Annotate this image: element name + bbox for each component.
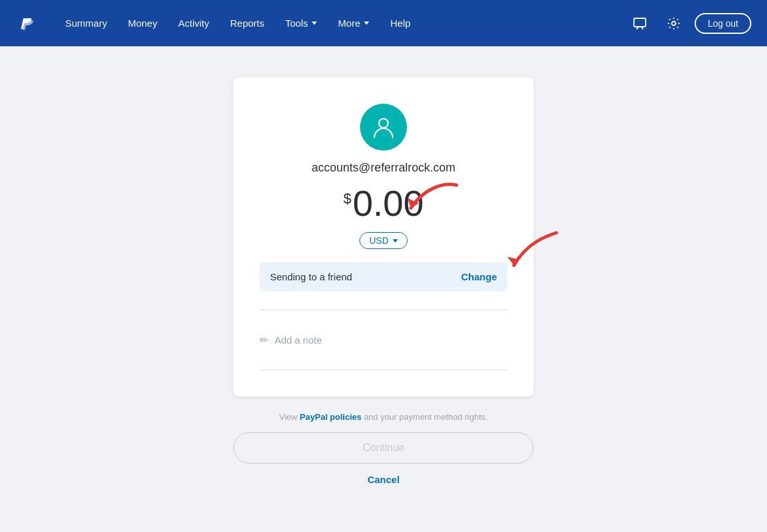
divider-2 bbox=[260, 370, 507, 370]
send-money-card: accounts@referralrock.com $ 0.00 USD bbox=[233, 78, 534, 396]
policy-link[interactable]: PayPal policies bbox=[300, 412, 362, 422]
red-arrow-change bbox=[501, 229, 566, 275]
nav-activity[interactable]: Activity bbox=[168, 0, 220, 46]
person-icon bbox=[370, 114, 397, 140]
paypal-logo bbox=[16, 12, 39, 35]
logout-button[interactable]: Log out bbox=[695, 13, 751, 34]
red-arrow-amount bbox=[404, 179, 463, 218]
continue-button[interactable]: Continue bbox=[233, 432, 534, 464]
recipient-avatar bbox=[360, 104, 407, 151]
outer-wrapper: accounts@referralrock.com $ 0.00 USD bbox=[233, 78, 534, 485]
cancel-link[interactable]: Cancel bbox=[367, 474, 399, 485]
recipient-section: accounts@referralrock.com $ 0.00 USD bbox=[260, 104, 507, 370]
settings-icon-button[interactable] bbox=[661, 10, 687, 37]
nav-help[interactable]: Help bbox=[380, 0, 421, 46]
policy-text: View PayPal policies and your payment me… bbox=[279, 412, 488, 422]
currency-symbol: $ bbox=[343, 190, 351, 207]
pencil-icon: ✏ bbox=[260, 334, 268, 346]
change-link[interactable]: Change bbox=[461, 271, 497, 282]
nav-more[interactable]: More bbox=[327, 0, 380, 46]
svg-point-2 bbox=[672, 22, 676, 25]
note-placeholder: Add a note bbox=[275, 334, 322, 346]
nav-money[interactable]: Money bbox=[117, 0, 168, 46]
more-chevron-icon bbox=[364, 22, 369, 25]
nav-links: Summary Money Activity Reports Tools Mor… bbox=[55, 0, 627, 46]
below-card: View PayPal policies and your payment me… bbox=[233, 412, 534, 485]
nav-tools[interactable]: Tools bbox=[275, 0, 327, 46]
main-content: accounts@referralrock.com $ 0.00 USD bbox=[0, 46, 767, 532]
note-row: ✏ Add a note bbox=[260, 329, 507, 351]
nav-right: Log out bbox=[627, 10, 751, 37]
sending-type-row: Sending to a friend Change bbox=[260, 262, 507, 291]
svg-rect-1 bbox=[634, 18, 646, 27]
nav-summary[interactable]: Summary bbox=[55, 0, 117, 46]
recipient-email: accounts@referralrock.com bbox=[312, 161, 455, 175]
nav-reports[interactable]: Reports bbox=[220, 0, 275, 46]
currency-chevron-icon bbox=[393, 239, 398, 243]
divider-1 bbox=[260, 310, 507, 310]
message-icon-button[interactable] bbox=[627, 10, 653, 37]
sending-label: Sending to a friend bbox=[270, 271, 352, 282]
amount-section: $ 0.00 bbox=[343, 185, 423, 222]
svg-point-3 bbox=[379, 119, 388, 128]
currency-selector[interactable]: USD bbox=[359, 232, 408, 249]
tools-chevron-icon bbox=[312, 22, 317, 25]
navigation: Summary Money Activity Reports Tools Mor… bbox=[0, 0, 767, 46]
